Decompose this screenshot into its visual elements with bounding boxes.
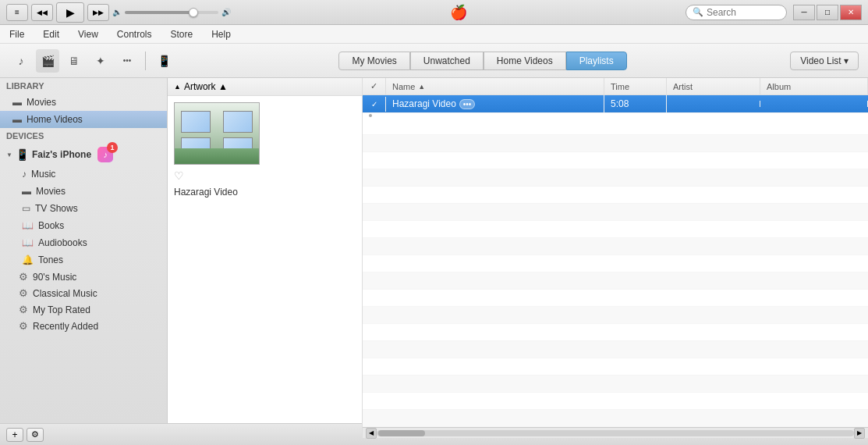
minimize-btn[interactable]: ─ [793,5,815,20]
sidebar-item-music[interactable]: ♪ Music [0,166,167,183]
tv-shows-icon: ▭ [22,203,30,214]
artwork-header[interactable]: ▲ Artwork ▲ [168,78,362,96]
window-pane-1 [181,111,211,133]
scroll-thumb[interactable] [378,430,425,436]
device-movies-icon: ▬ [22,186,31,197]
playlist-classical-music[interactable]: ⚙ Classical Music [0,285,167,301]
forward-btn[interactable]: ▶▶ [87,4,109,21]
track-artist-cell [667,101,760,107]
music-icon[interactable]: ♪ [9,49,33,73]
playlist-gear-icon-3: ⚙ [19,304,28,315]
video-icon[interactable]: 🎬 [36,49,59,73]
menubar: File Edit View Controls Store Help [0,25,868,44]
close-btn[interactable]: ✕ [840,5,862,20]
checkmark-icon: ✓ [371,100,377,109]
album-col-header[interactable]: Album [760,78,868,94]
books-icon: 📖 [22,220,34,231]
tab-playlists[interactable]: Playlists [566,52,627,70]
menu-store[interactable]: Store [168,27,197,41]
volume-slider-thumb[interactable] [189,8,198,17]
empty-row-12 [363,307,868,324]
menu-edit[interactable]: Edit [40,27,62,41]
playlist-90s-label: 90's Music [33,272,76,283]
tab-unwatched[interactable]: Unwatched [410,52,484,70]
content-split: ▲ Artwork ▲ ♡ [168,78,868,438]
track-name-cell: Hazaragi Video ••• [386,95,604,112]
sidebar-item-audiobooks[interactable]: 📖 Audiobooks [0,234,167,251]
empty-row-3 [363,152,868,169]
playlist-recently-added[interactable]: ⚙ Recently Added [0,318,167,334]
sidebar-tv-shows-label: TV Shows [35,203,78,214]
sort-arrow: ▲ [418,83,425,91]
apple-logo: 🍎 [450,4,467,21]
artwork-header-label: Artwork ▲ [184,81,228,92]
window-controls: ─ □ ✕ [793,5,862,20]
titlebar: ≡ ◀◀ ▶ ▶▶ 🔈 🔊 🍎 🔍 ─ □ ✕ [0,0,868,25]
name-col-label: Name [392,82,415,91]
tv-icon[interactable]: 🖥 [62,49,86,73]
menu-controls[interactable]: Controls [114,27,155,41]
playlist-my-top-rated[interactable]: ⚙ My Top Rated [0,301,167,318]
time-col-label: Time [611,82,629,91]
name-col-header[interactable]: Name ▲ [386,78,604,94]
empty-row-15 [363,358,868,376]
empty-row-17 [363,393,868,410]
track-list-header: ✓ Name ▲ Time Artist Album [363,78,868,95]
sidebar-item-tv-shows[interactable]: ▭ TV Shows [0,200,167,217]
track-more-btn[interactable]: ••• [459,99,476,109]
scroll-left-btn[interactable]: ◀ [366,428,377,439]
sidebar-item-home-videos[interactable]: ▬ Home Videos [0,111,167,128]
settings-btn[interactable]: ⚙ [27,428,44,442]
sidebar-item-device-movies[interactable]: ▬ Movies [0,183,167,200]
empty-row-6 [363,204,868,221]
search-input[interactable] [707,7,777,18]
playlist-top-rated-label: My Top Rated [33,304,90,315]
empty-row-11 [363,290,868,307]
sidebar-item-movies[interactable]: ▬ Movies [0,94,167,111]
more-icon[interactable]: ••• [115,49,139,73]
sidebar-item-books[interactable]: 📖 Books [0,217,167,234]
playlist-90s-music[interactable]: ⚙ 90's Music [0,269,167,285]
tab-my-movies[interactable]: My Movies [338,52,409,70]
content-area: ▲ Artwork ▲ ♡ [168,78,868,423]
empty-row-18 [363,410,868,427]
scroll-track[interactable] [377,430,854,436]
device-faiz-iphone[interactable]: ▼ 📱 Faiz's iPhone ♪ 1 [0,144,167,166]
empty-row-4 [363,169,868,187]
time-col-header[interactable]: Time [604,78,667,94]
content-scrollbar[interactable]: ◀ ▶ [363,427,868,438]
window-pane-2 [223,111,253,133]
play-btn[interactable]: ▶ [56,2,84,23]
artwork-item[interactable]: ♡ Hazaragi Video [168,96,362,204]
video-list-btn[interactable]: Video List ▾ [790,52,859,70]
empty-row-5 [363,187,868,204]
heart-icon[interactable]: ♡ [174,169,184,182]
expand-triangle: ▼ [6,151,12,158]
phone-icon[interactable]: 📱 [152,49,175,73]
menu-view[interactable]: View [75,27,101,41]
music-note-icon: ♪ [22,169,27,180]
home-videos-icon: ▬ [12,114,22,125]
tab-home-videos[interactable]: Home Videos [484,52,566,70]
scroll-right-btn[interactable]: ▶ [854,428,865,439]
maximize-btn[interactable]: □ [817,5,838,20]
artist-col-header[interactable]: Artist [667,78,760,94]
menu-file[interactable]: File [6,27,27,41]
album-col-label: Album [767,82,791,91]
sidebar-item-tones[interactable]: 🔔 Tones [0,251,167,269]
device-name: Faiz's iPhone [32,149,91,160]
sidebar-movies-label: Movies [27,97,56,108]
back-btn[interactable]: ◀◀ [31,4,53,21]
app-menu-btn[interactable]: ≡ [6,4,28,21]
add-btn[interactable]: + [6,428,23,442]
toolbar: ♪ 🎬 🖥 ✦ ••• 📱 My Movies Unwatched Home V… [0,44,868,78]
track-check: ✓ [363,97,386,112]
app-icon[interactable]: ✦ [89,49,112,73]
audiobooks-icon: 📖 [22,237,34,248]
menu-help[interactable]: Help [208,27,234,41]
empty-row-8 [363,238,868,255]
table-row[interactable]: ✓ Hazaragi Video ••• 5:08 [363,95,868,113]
search-bar[interactable]: 🔍 [686,5,787,20]
empty-row-10 [363,272,868,290]
volume-slider-track[interactable] [125,11,218,14]
